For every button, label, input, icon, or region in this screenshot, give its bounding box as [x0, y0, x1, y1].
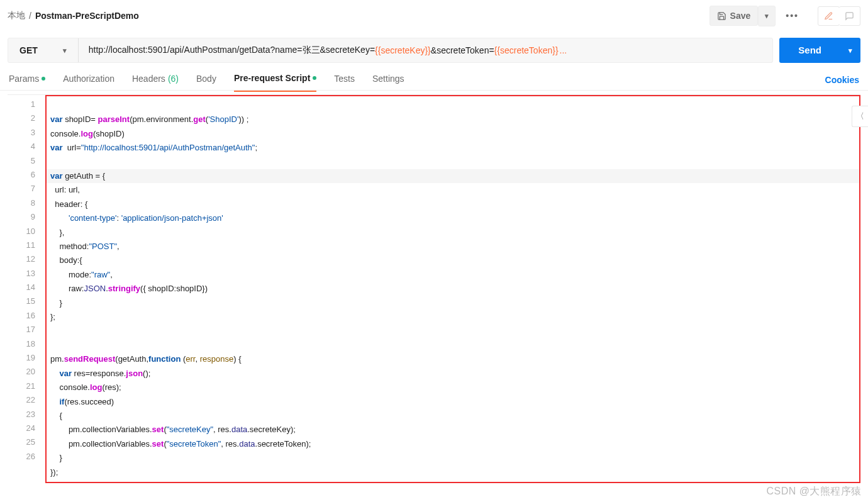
code-content[interactable]: var shopID= parseInt(pm.environment.get(… [45, 95, 860, 483]
send-dropdown[interactable]: ▾ [840, 47, 860, 55]
url-input[interactable]: http://localhost:5901/api/AuthPostman/ge… [79, 38, 773, 62]
send-button[interactable]: Send ▾ [779, 38, 860, 63]
tab-params[interactable]: Params [9, 69, 45, 91]
breadcrumb-name[interactable]: Postman-PreScriptDemo [35, 11, 139, 21]
headers-count: (6) [168, 74, 179, 84]
tab-headers[interactable]: Headers (6) [132, 69, 179, 91]
dots-icon: ••• [786, 11, 799, 21]
comment-icon [845, 11, 854, 21]
side-collapse-button[interactable]: 〈 [852, 106, 868, 127]
tab-authorization[interactable]: Authorization [63, 69, 114, 91]
save-icon [717, 11, 726, 21]
code-editor[interactable]: 1234567891011121314151617181920212223242… [8, 94, 860, 483]
tab-body[interactable]: Body [196, 69, 216, 91]
breadcrumb-root[interactable]: 本地 [8, 10, 25, 21]
line-gutter: 1234567891011121314151617181920212223242… [8, 95, 45, 483]
comment-button[interactable] [839, 6, 860, 26]
dot-icon [313, 76, 316, 80]
top-toolbar: 本地 / Postman-PreScriptDemo Save ▾ ••• [0, 0, 868, 31]
pencil-icon [824, 11, 833, 21]
method-select[interactable]: GET ▾ [8, 38, 79, 62]
watermark: CSDN @大熊程序猿 [766, 485, 862, 498]
tab-settings[interactable]: Settings [372, 69, 404, 91]
url-var-secreteToken: {{secreteToken}} [494, 45, 559, 55]
save-button[interactable]: Save [709, 6, 759, 26]
edit-button[interactable] [818, 6, 840, 26]
breadcrumb-sep: / [29, 11, 31, 21]
save-label: Save [730, 11, 751, 21]
chevron-left-icon: 〈 [856, 111, 864, 122]
tab-pre-request-script[interactable]: Pre-request Script [234, 68, 316, 92]
tab-tests[interactable]: Tests [334, 69, 355, 91]
method-label: GET [19, 45, 38, 55]
more-button[interactable]: ••• [779, 6, 805, 26]
chevron-down-icon: ▾ [63, 47, 67, 55]
cookies-link[interactable]: Cookies [825, 75, 859, 85]
request-tabs: Params Authorization Headers (6) Body Pr… [0, 65, 868, 91]
save-dropdown-button[interactable]: ▾ [758, 6, 776, 26]
request-row: GET ▾ http://localhost:5901/api/AuthPost… [0, 31, 868, 65]
method-url-bar: GET ▾ http://localhost:5901/api/AuthPost… [8, 38, 773, 63]
dot-icon [42, 77, 45, 81]
send-label: Send [779, 38, 840, 63]
url-var-secreteKey: {{secreteKey}} [375, 45, 431, 55]
chevron-down-icon: ▾ [765, 12, 769, 20]
breadcrumb: 本地 / Postman-PreScriptDemo [8, 10, 139, 21]
